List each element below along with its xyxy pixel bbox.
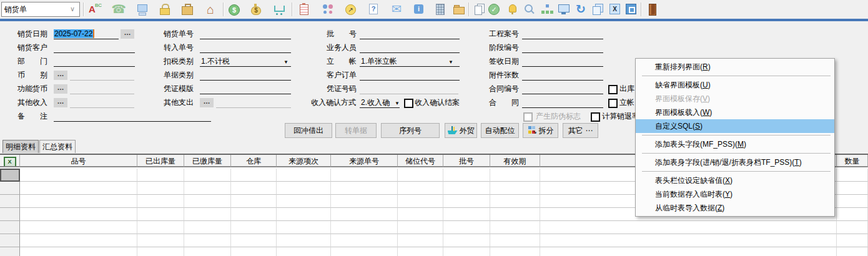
sale-no-input[interactable] — [200, 29, 291, 39]
grid-cell[interactable] — [277, 169, 331, 182]
lock-icon[interactable] — [157, 2, 172, 17]
more-button[interactable]: 其它 ⋯ — [563, 123, 598, 138]
grid-cell[interactable] — [837, 247, 868, 256]
grid-row-header[interactable] — [0, 234, 20, 247]
grid-cell[interactable] — [184, 208, 231, 221]
bell-icon[interactable] — [505, 2, 520, 17]
info-icon[interactable] — [412, 2, 427, 17]
exit-door-icon[interactable] — [645, 2, 660, 17]
batch-no-input[interactable] — [360, 29, 460, 39]
tab-summary-data[interactable]: 汇总资料 — [39, 140, 76, 153]
check-icon[interactable] — [486, 2, 501, 17]
grid-cell[interactable] — [331, 182, 398, 195]
billing-checkbox[interactable] — [608, 99, 618, 108]
grid-corner-select-all[interactable] — [0, 155, 20, 167]
font-icon[interactable] — [87, 2, 102, 17]
voucher-template-input[interactable] — [200, 84, 291, 94]
split-button[interactable]: 拆分 — [523, 123, 558, 138]
clipboard-icon[interactable] — [297, 2, 312, 17]
tax-type-select[interactable]: 1.不计税 — [200, 56, 291, 67]
grid-cell[interactable] — [137, 169, 184, 182]
stage-no-input[interactable] — [522, 42, 603, 53]
grid-cell[interactable] — [837, 234, 868, 247]
dollar-coin-icon[interactable] — [227, 2, 242, 17]
grid-column-header[interactable]: 已缴库量 — [184, 155, 231, 167]
grid-cell[interactable] — [20, 182, 137, 195]
functional-currency-lookup-button[interactable] — [54, 84, 67, 94]
money-bag-icon[interactable] — [249, 2, 264, 17]
grid-cell[interactable] — [837, 169, 868, 182]
grid-cell[interactable] — [398, 247, 443, 256]
outbound-checkbox[interactable] — [608, 85, 618, 94]
grid-row-header[interactable] — [0, 195, 20, 208]
grid-column-header[interactable]: 来源项次 — [277, 155, 331, 167]
context-menu-item[interactable]: 从临时表导入数据(Z) — [636, 201, 834, 215]
search-icon[interactable] — [521, 2, 536, 17]
foreign-trade-button[interactable]: 外贸 — [445, 123, 477, 138]
refresh-icon[interactable] — [573, 2, 588, 17]
grid-row-header[interactable] — [0, 182, 20, 195]
grid-cell[interactable] — [443, 221, 490, 234]
chevron-down-icon[interactable] — [67, 3, 78, 14]
grid-cell[interactable] — [137, 247, 184, 256]
grid-cell[interactable] — [184, 182, 231, 195]
grid-cell[interactable] — [277, 195, 331, 208]
grid-cell[interactable] — [837, 208, 868, 221]
grid-cell[interactable] — [184, 247, 231, 256]
computer-icon[interactable] — [135, 2, 150, 17]
transfer-in-no-input[interactable] — [200, 42, 291, 53]
grid-cell[interactable] — [231, 169, 277, 182]
grid-cell[interactable] — [231, 182, 277, 195]
grid-column-header[interactable]: 批号 — [443, 155, 490, 167]
briefcase-icon[interactable] — [180, 2, 195, 17]
grid-row-header[interactable] — [0, 221, 20, 234]
grid-cell[interactable] — [331, 195, 398, 208]
grid-cell[interactable] — [490, 208, 540, 221]
attachment-count-input[interactable] — [522, 70, 603, 81]
context-menu-item[interactable]: 重新排列界面(R) — [636, 60, 834, 74]
grid-row-header[interactable] — [0, 169, 20, 182]
context-menu-item[interactable]: 表头栏位设定缺省值(X) — [636, 174, 834, 187]
go-link-icon[interactable] — [343, 2, 358, 17]
calculator-icon[interactable] — [433, 2, 448, 17]
reverse-borrow-button[interactable]: 回冲借出 — [285, 123, 332, 138]
revenue-confirm-closed-checkbox[interactable] — [404, 99, 413, 108]
help-icon[interactable] — [366, 2, 381, 17]
grid-cell[interactable] — [540, 247, 837, 256]
sales-return-checkbox[interactable] — [591, 112, 600, 122]
grid-cell[interactable] — [184, 169, 231, 182]
folder-icon[interactable] — [451, 2, 466, 17]
grid-cell[interactable] — [490, 195, 540, 208]
contract-no-input[interactable] — [522, 84, 603, 94]
grid-column-header[interactable]: 有效期 — [490, 155, 540, 167]
grid-cell[interactable] — [137, 182, 184, 195]
doc-type-combobox[interactable]: 销货单 — [1, 2, 80, 17]
grid-cell[interactable] — [277, 221, 331, 234]
grid-row-header[interactable] — [0, 247, 20, 256]
cart-icon[interactable] — [272, 2, 287, 17]
tab-detail-data[interactable]: 明细资料 — [2, 140, 39, 153]
grid-cell[interactable] — [331, 234, 398, 247]
grid-cell[interactable] — [137, 208, 184, 221]
grid-cell[interactable] — [231, 234, 277, 247]
home-icon[interactable] — [203, 2, 218, 17]
grid-cell[interactable] — [443, 247, 490, 256]
grid-cell[interactable] — [331, 247, 398, 256]
grid-column-header[interactable]: 品号 — [20, 155, 137, 167]
grid-cell[interactable] — [231, 208, 277, 221]
sale-date-picker-button[interactable] — [121, 29, 134, 39]
grid-cell[interactable] — [398, 208, 443, 221]
grid-cell[interactable] — [490, 234, 540, 247]
grid-cell[interactable] — [137, 221, 184, 234]
salesperson-input[interactable] — [360, 42, 460, 53]
copy-window-icon[interactable] — [590, 2, 605, 17]
grid-cell[interactable] — [20, 221, 137, 234]
grid-cell[interactable] — [184, 221, 231, 234]
customer-input[interactable] — [54, 42, 135, 53]
grid-cell[interactable] — [331, 208, 398, 221]
grid-cell[interactable] — [490, 221, 540, 234]
grid-cell[interactable] — [331, 221, 398, 234]
grid-cell[interactable] — [490, 169, 540, 182]
grid-cell[interactable] — [137, 234, 184, 247]
grid-cell[interactable] — [398, 182, 443, 195]
